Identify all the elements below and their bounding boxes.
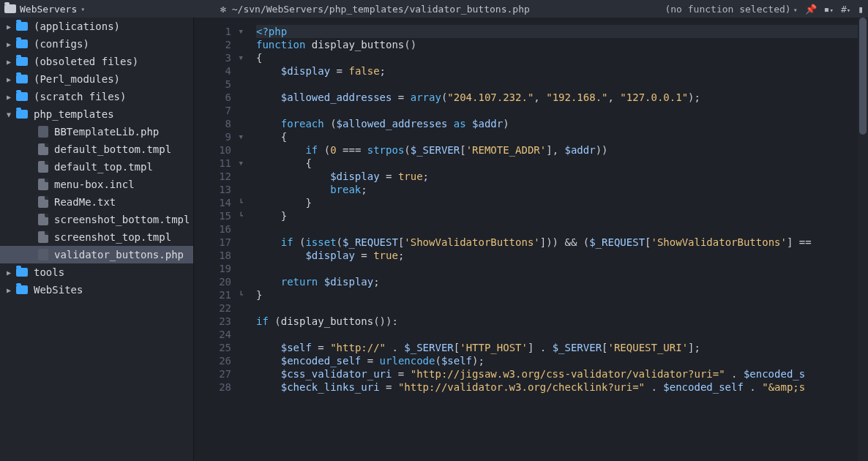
fold-toggle-icon[interactable]: ▼ <box>236 51 243 64</box>
code-line[interactable]: $display = true; <box>256 170 858 183</box>
line-number: 28▼ <box>194 381 243 394</box>
code-line[interactable]: if (isset($_REQUEST['ShowValidatorButton… <box>256 236 858 249</box>
file-icon <box>38 231 48 243</box>
tree-item-label: tools <box>34 266 64 278</box>
code-line[interactable] <box>256 222 858 236</box>
line-number: 25▼ <box>194 341 243 354</box>
tree-file[interactable]: ▶BBTemplateLib.php <box>0 123 193 140</box>
disclosure-triangle-icon[interactable]: ▶ <box>4 286 13 294</box>
folder-icon <box>16 268 28 277</box>
code-line[interactable]: } <box>256 209 858 222</box>
tree-file[interactable]: ▶validator_buttons.php <box>0 246 193 263</box>
code-line[interactable]: return $display; <box>256 275 858 288</box>
code-line[interactable]: <?php <box>256 25 858 38</box>
scroll-thumb[interactable] <box>859 18 867 135</box>
tree-file[interactable]: ▶screenshot_bottom.tmpl <box>0 211 193 228</box>
line-number: 11▼ <box>194 157 243 170</box>
tree-folder[interactable]: ▶(Perl_modules) <box>0 70 193 88</box>
code-line[interactable] <box>256 328 858 341</box>
disclosure-triangle-icon[interactable]: ▶ <box>4 93 13 101</box>
line-number: 1▼ <box>194 25 243 38</box>
disclosure-triangle-icon[interactable]: ▶ <box>4 75 13 83</box>
tree-item-label: BBTemplateLib.php <box>54 126 159 138</box>
disclosure-triangle-icon[interactable]: ▶ <box>4 40 13 48</box>
code-line[interactable]: { <box>256 51 858 64</box>
code-line[interactable] <box>256 301 858 315</box>
tree-folder[interactable]: ▶tools <box>0 263 193 281</box>
pin-icon[interactable]: 📌 <box>805 4 817 15</box>
tree-file[interactable]: ▶menu-box.incl <box>0 176 193 193</box>
disclosure-triangle-icon[interactable]: ▼ <box>4 110 13 119</box>
line-number: 24▼ <box>194 328 243 341</box>
line-number: 19▼ <box>194 262 243 275</box>
code-line[interactable] <box>256 104 858 117</box>
tree-file[interactable]: ▶default_top.tmpl <box>0 158 193 176</box>
fold-toggle-icon[interactable]: ▼ <box>236 130 243 143</box>
project-selector[interactable]: WebServers ▾ <box>4 4 85 15</box>
php-file-icon <box>38 249 48 261</box>
code-line[interactable]: { <box>256 130 858 143</box>
tree-file[interactable]: ▶default_bottom.tmpl <box>0 140 193 158</box>
code-line[interactable]: $display = false; <box>256 64 858 78</box>
document-icon[interactable]: ▮ <box>858 4 864 15</box>
tree-item-label: menu-box.incl <box>54 179 135 190</box>
code-line[interactable]: } <box>256 196 858 209</box>
function-selector[interactable]: (no function selected) <box>665 4 797 15</box>
code-line[interactable]: function display_buttons() <box>256 38 858 51</box>
tree-folder[interactable]: ▶WebSites <box>0 281 193 299</box>
code-line[interactable]: } <box>256 288 858 301</box>
file-icon <box>38 143 48 155</box>
code-line[interactable] <box>256 78 858 91</box>
main-area: ▶(applications)▶(configs)▶(obsoleted fil… <box>0 18 868 461</box>
line-number: 23▼ <box>194 315 243 328</box>
fold-toggle-icon[interactable]: ┗ <box>236 288 243 301</box>
line-number: 21┗ <box>194 288 243 301</box>
disclosure-triangle-icon[interactable]: ▶ <box>4 269 13 277</box>
code-line[interactable]: if (0 === strpos($_SERVER['REMOTE_ADDR']… <box>256 143 858 157</box>
code-editor[interactable]: 1▼2▼3▼4▼5▼6▼7▼8▼9▼10▼11▼12▼13▼14┗15┗16▼1… <box>194 18 868 461</box>
tree-folder[interactable]: ▶(scratch files) <box>0 88 193 105</box>
folder-icon <box>16 57 28 66</box>
code-line[interactable]: { <box>256 157 858 170</box>
file-tree-sidebar: ▶(applications)▶(configs)▶(obsoleted fil… <box>0 18 194 461</box>
tree-folder[interactable]: ▶(configs) <box>0 35 193 53</box>
chevron-down-icon: ▾ <box>81 5 85 13</box>
code-line[interactable]: $encoded_self = urlencode($self); <box>256 354 858 367</box>
fold-toggle-icon[interactable]: ┗ <box>236 209 243 222</box>
disclosure-triangle-icon[interactable]: ▶ <box>4 58 13 66</box>
code-line[interactable]: $allowed_addresses = array("204.107.232.… <box>256 91 858 104</box>
hash-menu[interactable]: #▾ <box>841 4 850 15</box>
tree-item-label: (obsoleted files) <box>34 56 138 67</box>
tree-file[interactable]: ▶ReadMe.txt <box>0 193 193 211</box>
file-icon <box>38 161 48 173</box>
tree-item-label: ReadMe.txt <box>54 196 116 208</box>
vertical-scrollbar[interactable] <box>858 18 868 461</box>
gear-icon[interactable]: ✻ <box>220 4 226 15</box>
fold-toggle-icon[interactable]: ▼ <box>236 25 243 38</box>
code-area[interactable]: <?phpfunction display_buttons(){ $displa… <box>249 18 858 461</box>
tree-item-label: screenshot_bottom.tmpl <box>54 214 190 225</box>
panel-icon[interactable]: ▪▾ <box>824 4 834 15</box>
tree-folder[interactable]: ▶(obsoleted files) <box>0 53 193 70</box>
fold-toggle-icon[interactable]: ┗ <box>236 196 243 209</box>
tree-folder[interactable]: ▶(applications) <box>0 18 193 35</box>
file-path[interactable]: ~/svn/WebServers/php_templates/validator… <box>232 4 530 15</box>
line-number: 10▼ <box>194 143 243 157</box>
code-line[interactable]: foreach ($allowed_addresses as $addr) <box>256 117 858 130</box>
disclosure-triangle-icon[interactable]: ▶ <box>4 23 13 31</box>
line-number: 26▼ <box>194 354 243 367</box>
code-line[interactable]: $check_links_uri = "http://validator.w3.… <box>256 381 858 394</box>
code-line[interactable]: if (display_buttons()): <box>256 315 858 328</box>
code-line[interactable]: $css_validator_uri = "http://jigsaw.w3.o… <box>256 367 858 381</box>
code-line[interactable] <box>256 262 858 275</box>
tree-folder[interactable]: ▼php_templates <box>0 105 193 123</box>
tree-item-label: default_top.tmpl <box>54 161 153 173</box>
gutter: 1▼2▼3▼4▼5▼6▼7▼8▼9▼10▼11▼12▼13▼14┗15┗16▼1… <box>194 18 249 461</box>
code-line[interactable]: $display = true; <box>256 249 858 262</box>
code-line[interactable]: break; <box>256 183 858 196</box>
code-line[interactable]: $self = "http://" . $_SERVER['HTTP_HOST'… <box>256 341 858 354</box>
tree-file[interactable]: ▶screenshot_top.tmpl <box>0 228 193 246</box>
folder-icon <box>16 92 28 101</box>
tree-item-label: WebSites <box>34 284 83 296</box>
fold-toggle-icon[interactable]: ▼ <box>236 157 243 170</box>
